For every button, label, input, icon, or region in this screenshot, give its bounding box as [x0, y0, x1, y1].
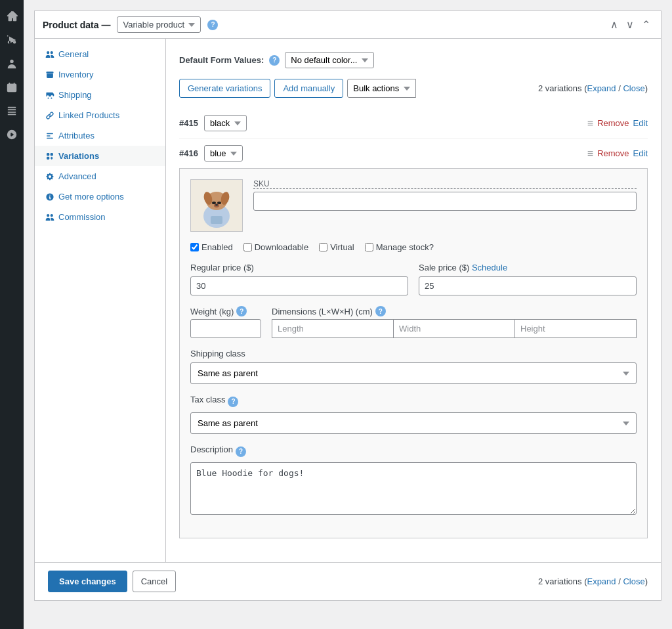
downloadable-checkbox-item[interactable]: Downloadable — [243, 242, 308, 252]
attributes-label: Attributes — [58, 131, 94, 141]
sidebar-item-advanced[interactable]: Advanced — [35, 166, 165, 186]
shipping-class-select[interactable]: Same as parent — [190, 362, 637, 384]
collapse-up-button[interactable]: ∧ — [608, 17, 621, 32]
manage-stock-checkbox-item[interactable]: Manage stock? — [365, 242, 434, 252]
dimensions-label: Dimensions (L×W×H) (cm) — [272, 307, 373, 316]
add-manually-button[interactable]: Add manually — [274, 79, 343, 98]
linked-products-label: Linked Products — [58, 110, 119, 120]
sale-price-input[interactable] — [419, 276, 637, 295]
commission-label: Commission — [58, 212, 106, 222]
bottom-variations-count: 2 variations (Expand / Close) — [538, 576, 648, 586]
enabled-checkbox[interactable] — [190, 243, 199, 251]
remove-link-416[interactable]: Remove — [597, 148, 629, 158]
panel-help-icon[interactable]: ? — [207, 20, 218, 30]
person-icon[interactable] — [0, 53, 24, 75]
variation-image[interactable] — [190, 179, 243, 232]
enabled-checkbox-item[interactable]: Enabled — [190, 242, 233, 252]
list-icon[interactable] — [0, 100, 24, 122]
save-changes-button[interactable]: Save changes — [48, 571, 127, 592]
sidebar-item-commission[interactable]: Commission — [35, 207, 165, 227]
regular-price-input[interactable] — [190, 276, 408, 295]
drag-handle-415[interactable]: ≡ — [587, 118, 593, 129]
length-input[interactable] — [272, 319, 393, 338]
wrench-icon[interactable] — [0, 76, 24, 98]
icon-sidebar — [0, 0, 24, 629]
actions-row: Generate variations Add manually Bulk ac… — [179, 79, 648, 98]
tax-class-field: Tax class ? Same as parent — [190, 395, 637, 434]
dims-inputs — [272, 319, 637, 338]
shipping-class-field: Shipping class Same as parent — [190, 349, 637, 384]
panel-title: Product data — — [43, 20, 110, 30]
edit-link-416[interactable]: Edit — [633, 148, 648, 158]
variation-id-415: #415 — [179, 118, 199, 128]
description-label: Description — [190, 445, 233, 454]
weight-field-header: Weight (kg) ? — [190, 306, 261, 316]
play-icon[interactable] — [0, 123, 24, 146]
generate-variations-button[interactable]: Generate variations — [179, 79, 270, 98]
variation-color-select-416[interactable]: blue — [204, 145, 243, 162]
variation-sku-area: SKU — [253, 179, 637, 232]
sku-input[interactable] — [253, 192, 637, 211]
sidebar-item-attributes[interactable]: Attributes — [35, 125, 165, 146]
scissors-icon[interactable] — [0, 29, 24, 51]
expand-button[interactable]: ⌃ — [639, 17, 653, 32]
variation-detail: SKU Enabled Downl — [179, 168, 648, 538]
checkboxes-row: Enabled Downloadable Virtual — [190, 242, 637, 252]
manage-stock-checkbox[interactable] — [365, 243, 373, 251]
panel-body: General Inventory Shipping Linked Produc… — [35, 39, 661, 562]
sidebar-item-shipping[interactable]: Shipping — [35, 85, 165, 105]
enabled-label: Enabled — [201, 242, 233, 252]
variation-row-416: #416 blue ≡ Remove Edit — [179, 139, 648, 168]
variation-color-select-415[interactable]: black — [204, 115, 247, 131]
variations-count-top: 2 variations (Expand / Close) — [538, 83, 648, 93]
form-values-row: Default Form Values: ? No default color.… — [179, 52, 648, 68]
sidebar-item-get-more-options[interactable]: Get more options — [35, 186, 165, 207]
inventory-label: Inventory — [58, 70, 93, 79]
virtual-label: Virtual — [330, 242, 354, 252]
tax-class-help-icon[interactable]: ? — [228, 397, 238, 407]
virtual-checkbox-item[interactable]: Virtual — [319, 242, 354, 252]
dashboard-icon[interactable] — [0, 5, 24, 28]
dimensions-field-header: Dimensions (L×W×H) (cm) ? — [272, 306, 637, 316]
sale-price-label: Sale price ($) Schedule — [419, 263, 637, 272]
default-form-help-icon[interactable]: ? — [269, 55, 280, 66]
collapse-down-button[interactable]: ∨ — [623, 17, 637, 32]
expand-link-top[interactable]: Expand — [587, 83, 616, 93]
manage-stock-label: Manage stock? — [376, 242, 434, 252]
sale-price-field: Sale price ($) Schedule — [419, 263, 637, 295]
edit-link-415[interactable]: Edit — [633, 118, 648, 128]
close-link-top[interactable]: Close — [623, 83, 644, 93]
downloadable-checkbox[interactable] — [243, 243, 252, 251]
bulk-actions-select[interactable]: Bulk actions — [347, 79, 416, 98]
price-row: Regular price ($) Sale price ($) Schedul… — [190, 263, 637, 295]
description-help-icon[interactable]: ? — [236, 446, 246, 457]
get-more-options-label: Get more options — [58, 192, 124, 202]
sidebar-item-linked-products[interactable]: Linked Products — [35, 105, 165, 125]
sidebar-item-inventory[interactable]: Inventory — [35, 64, 165, 85]
default-color-select[interactable]: No default color... — [285, 52, 374, 68]
tax-class-select[interactable]: Same as parent — [190, 412, 637, 434]
product-type-select[interactable]: Variable product — [117, 16, 201, 33]
width-input[interactable] — [393, 319, 514, 338]
cancel-button[interactable]: Cancel — [133, 571, 176, 592]
schedule-link[interactable]: Schedule — [472, 263, 507, 272]
main-content: Product data — Variable product ? ∧ ∨ ⌃ — [24, 0, 672, 629]
remove-link-415[interactable]: Remove — [597, 118, 629, 128]
description-textarea[interactable]: Blue Hoodie for dogs! — [190, 462, 637, 515]
drag-handle-416[interactable]: ≡ — [587, 148, 593, 160]
weight-input[interactable] — [190, 319, 261, 338]
svg-rect-9 — [211, 216, 222, 224]
variation-actions-416: ≡ Remove Edit — [587, 148, 648, 160]
regular-price-label: Regular price ($) — [190, 263, 408, 272]
right-content: Default Form Values: ? No default color.… — [166, 39, 661, 562]
panel-header: Product data — Variable product ? ∧ ∨ ⌃ — [35, 11, 661, 39]
shipping-class-label: Shipping class — [190, 349, 637, 358]
sidebar-item-general[interactable]: General — [35, 44, 165, 64]
dimensions-help-icon[interactable]: ? — [375, 306, 386, 316]
height-input[interactable] — [514, 319, 637, 338]
weight-help-icon[interactable]: ? — [236, 306, 247, 316]
sidebar-item-variations[interactable]: Variations — [35, 146, 165, 166]
expand-link-bottom[interactable]: Expand — [587, 576, 616, 586]
virtual-checkbox[interactable] — [319, 243, 327, 251]
close-link-bottom[interactable]: Close — [623, 576, 644, 586]
